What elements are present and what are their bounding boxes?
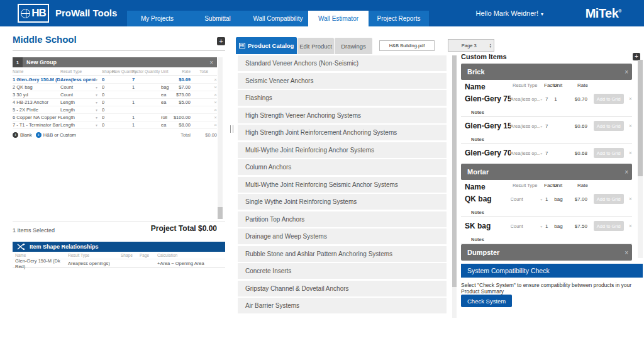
dropdown-caret-icon[interactable]: ▾ [96, 108, 102, 112]
dropdown-caret-icon[interactable]: ▾ [540, 97, 545, 101]
catalog-item[interactable]: Flashings [238, 90, 447, 106]
table-row[interactable]: 1 Glen-Gery 150-M (Dk R...Area(less open… [13, 76, 217, 84]
hb-custom-add-icon[interactable]: + [36, 132, 42, 138]
catalog-scrollbar[interactable] [452, 55, 457, 318]
cell-shapes: 0 [102, 99, 112, 105]
dropdown-caret-icon[interactable]: ▾ [96, 115, 102, 120]
panel-resize-handle[interactable] [230, 125, 233, 133]
item-rate: $7.00 [570, 196, 590, 202]
add-to-grid-button[interactable]: Add to Grid [594, 94, 624, 104]
section-header[interactable]: Dumpster× [461, 244, 632, 261]
catalog-item[interactable]: Standard Veneer Anchors (Non-Seismic) [238, 55, 447, 71]
cell-factor: 1 [132, 115, 145, 120]
close-icon[interactable]: × [624, 123, 632, 129]
custom-items-scrollbar[interactable] [638, 60, 643, 258]
close-icon[interactable]: × [209, 59, 217, 66]
catalog-scrollbar-thumb[interactable] [452, 55, 457, 287]
close-icon[interactable]: × [208, 84, 217, 90]
table-row[interactable]: 7 - T1 - Terminator BarLength▾01ea$8.00× [13, 121, 217, 129]
close-icon[interactable]: × [208, 92, 217, 98]
add-to-grid-button[interactable]: Add to Grid [594, 221, 624, 231]
catalog-item[interactable]: Column Anchors [238, 159, 447, 175]
catalog-item[interactable]: High Strength Joint Reinforcement Anchor… [238, 125, 447, 140]
catalog-item[interactable]: Seismic Veneer Anchors [238, 73, 447, 89]
tab-edit-product[interactable]: Edit Product [297, 38, 334, 54]
pdf-file-button[interactable]: H&B Building.pdf [379, 40, 435, 51]
nav-tab-my-projects[interactable]: My Projects [127, 11, 187, 26]
table-row[interactable]: 3 30 ydCount▾0ea$75.00× [13, 91, 217, 99]
close-icon[interactable]: × [208, 99, 217, 105]
close-icon[interactable]: × [208, 122, 217, 128]
close-icon[interactable]: × [624, 96, 632, 102]
system-compatibility-header: System Compatibility Check [461, 264, 643, 278]
close-icon[interactable]: × [624, 223, 632, 229]
group-card: 1 New Group × NameResult TypeShapesRow Q… [13, 57, 217, 140]
notes-toggle[interactable]: Notes [461, 235, 632, 244]
project-total: Project Total $0.00 [13, 224, 217, 233]
tab-drawings[interactable]: Drawings [335, 38, 372, 54]
nav-tab-project-reports[interactable]: Project Reports [369, 11, 429, 26]
nav-tab-wall-compatibility[interactable]: Wall Compatibility [248, 11, 308, 26]
group-column-headers: NameResult TypeShapesRow QuantityFactorQ… [13, 67, 217, 76]
dropdown-caret-icon[interactable]: ▾ [96, 123, 102, 127]
nav-tab-wall-estimator[interactable]: Wall Estimator [308, 11, 369, 26]
dropdown-caret-icon[interactable]: ▾ [540, 151, 545, 155]
group-index-badge: 1 [13, 57, 23, 67]
tab-product-catalog[interactable]: HBProduct Catalog [236, 37, 297, 54]
left-scrollbar[interactable] [218, 57, 223, 219]
dropdown-caret-icon[interactable]: ▾ [540, 224, 545, 228]
close-icon[interactable]: × [208, 115, 217, 120]
add-to-grid-button[interactable]: Add to Grid [594, 194, 624, 204]
nav-tab-submittal[interactable]: Submittal [187, 11, 248, 26]
add-to-grid-button[interactable]: Add to Grid [594, 148, 624, 158]
close-icon[interactable]: × [625, 69, 632, 76]
custom-items-title: Custom Items [461, 53, 507, 60]
catalog-item[interactable]: Air Barrier Systems [238, 298, 447, 313]
section-header[interactable]: Brick× [461, 64, 632, 80]
page-selector[interactable]: Page 3 ▴▾ [448, 39, 494, 52]
close-icon[interactable]: × [208, 107, 217, 113]
catalog-item[interactable]: Drainage and Weep Systems [238, 228, 447, 244]
notes-toggle[interactable]: Notes [461, 208, 632, 217]
notes-toggle[interactable]: Notes [461, 108, 632, 117]
table-row[interactable]: 2 QK bagCount▾01bag$7.00× [13, 84, 217, 91]
close-icon[interactable]: × [624, 196, 632, 202]
table-row[interactable]: 4 HB-213 AnchorLength▾01ea$5.00× [13, 99, 217, 106]
table-row[interactable]: 6 Copper NA Copper Fabri...Length▾01roll… [13, 114, 217, 121]
check-system-button[interactable]: Check System [461, 295, 512, 307]
group-header[interactable]: 1 New Group × [13, 57, 217, 67]
section-header[interactable]: Mortar× [461, 164, 632, 180]
stepper-arrows-icon[interactable]: ▴▾ [489, 43, 494, 48]
dropdown-caret-icon[interactable]: ▾ [540, 197, 545, 201]
isr-row[interactable]: Glen-Gery 150-M (Dk Red)Area(less openin… [13, 259, 225, 268]
caret-down-icon: ▾ [541, 11, 543, 17]
dropdown-caret-icon[interactable]: ▾ [96, 77, 102, 82]
close-icon[interactable]: × [624, 150, 632, 156]
close-icon[interactable]: × [208, 77, 217, 82]
catalog-item[interactable]: Rubble Stone and Ashlar Pattern Anchorin… [238, 246, 447, 262]
dropdown-caret-icon[interactable]: ▾ [96, 93, 102, 97]
catalog-item[interactable]: High Strength Veneer Anchoring Systems [238, 108, 447, 123]
blank-add-icon[interactable]: + [13, 132, 18, 138]
notes-toggle[interactable]: Notes [461, 135, 632, 144]
close-icon[interactable]: × [625, 249, 632, 256]
add-to-grid-button[interactable]: Add to Grid [594, 121, 624, 131]
cell-shapes: 0 [102, 92, 112, 98]
isr-rows: Glen-Gery 150-M (Dk Red)Area(less openin… [13, 259, 225, 268]
catalog-item[interactable]: Single Wythe Joint Reinforcing Systems [238, 194, 447, 210]
table-row[interactable]: 5 - 2X PintleLength▾0× [13, 106, 217, 114]
left-scrollbar-thumb[interactable] [218, 207, 223, 219]
user-menu[interactable]: Hello Mark Weidner!▾ [476, 9, 543, 17]
dropdown-caret-icon[interactable]: ▾ [540, 124, 545, 128]
catalog-item[interactable]: Partition Top Anchors [238, 211, 447, 227]
item-shape-relationships-header[interactable]: Item Shape Relationships [13, 242, 225, 252]
catalog-item[interactable]: Concrete Inserts [238, 263, 447, 279]
catalog-item[interactable]: Multi-Wythe Joint Reinforcing Seismic An… [238, 177, 447, 193]
dropdown-caret-icon[interactable]: ▾ [96, 100, 102, 104]
close-icon[interactable]: × [625, 169, 632, 176]
dropdown-caret-icon[interactable]: ▾ [96, 85, 102, 89]
add-group-button[interactable]: + [217, 37, 225, 45]
catalog-item[interactable]: Gripstay Channel & Dovetail Anchors [238, 281, 447, 296]
custom-items-scrollbar-thumb[interactable] [638, 60, 643, 176]
catalog-item[interactable]: Multi-Wythe Joint Reinforcing Anchor Sys… [238, 142, 447, 158]
